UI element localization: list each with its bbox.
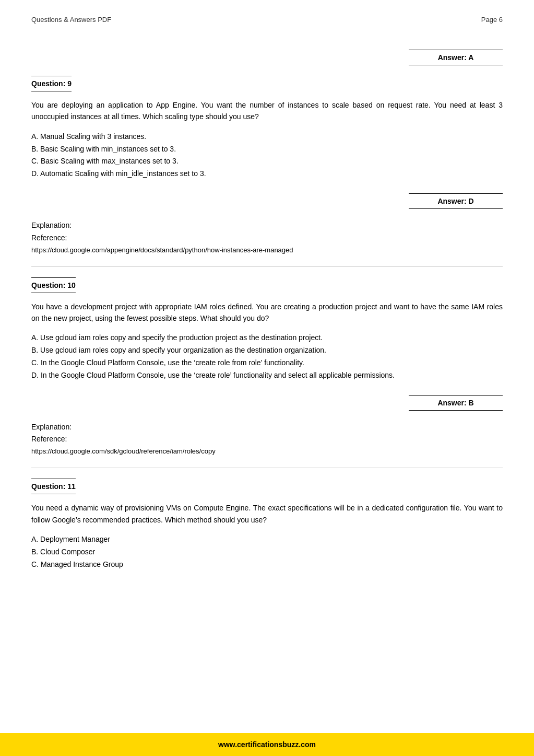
option-9-d: D. Automatic Scaling with min_idle_insta… [31, 168, 503, 180]
question-11-title: Question: 11 [31, 479, 76, 494]
header-right-text: Page 6 [481, 16, 503, 24]
question-10-title: Question: 10 [31, 277, 76, 293]
reference-10-link: https://cloud.google.com/sdk/gcloud/refe… [31, 446, 503, 457]
footer-link[interactable]: www.certificationsbuzz.com [218, 740, 316, 749]
answer-a-label: Answer: A [409, 50, 503, 65]
question-9-options: A. Manual Scaling with 3 instances. B. B… [31, 131, 503, 180]
question-10-section: Question: 10 You have a development proj… [31, 277, 503, 382]
explanation-9-label: Explanation: [31, 219, 503, 232]
option-9-a: A. Manual Scaling with 3 instances. [31, 131, 503, 143]
option-10-b: B. Use gcloud iam roles copy and specify… [31, 344, 503, 357]
question-9-text: You are deploying an application to App … [31, 99, 503, 123]
question-11-text: You need a dynamic way of provisioning V… [31, 502, 503, 526]
question-10-text: You have a development project with appr… [31, 301, 503, 324]
question-11-options: A. Deployment Manager B. Cloud Composer … [31, 533, 503, 571]
answer-d-label: Answer: D [409, 193, 503, 209]
question-9-section: Question: 9 You are deploying an applica… [31, 76, 503, 180]
question-11-section: Question: 11 You need a dynamic way of p… [31, 479, 503, 571]
divider-2 [31, 468, 503, 468]
footer: www.certificationsbuzz.com [0, 733, 534, 756]
option-9-b: B. Basic Scaling with min_instances set … [31, 143, 503, 156]
divider-1 [31, 266, 503, 267]
option-10-c: C. In the Google Cloud Platform Console,… [31, 357, 503, 369]
option-9-c: C. Basic Scaling with max_instances set … [31, 155, 503, 168]
option-11-c: C. Managed Instance Group [31, 559, 503, 571]
option-10-a: A. Use gcloud iam roles copy and specify… [31, 332, 503, 344]
option-11-a: A. Deployment Manager [31, 533, 503, 546]
page-container: Questions & Answers PDF Page 6 Answer: A… [0, 0, 534, 625]
reference-9-label: Reference: [31, 232, 503, 245]
answer-a-box: Answer: A [31, 50, 503, 65]
header-left-text: Questions & Answers PDF [31, 16, 111, 24]
answer-d-box: Answer: D [31, 193, 503, 209]
option-10-d: D. In the Google Cloud Platform Console,… [31, 369, 503, 382]
option-11-b: B. Cloud Composer [31, 546, 503, 559]
answer-b-box: Answer: B [31, 395, 503, 411]
reference-10-label: Reference: [31, 433, 503, 446]
reference-9-link: https://cloud.google.com/appengine/docs/… [31, 245, 503, 256]
page-header: Questions & Answers PDF Page 6 [31, 16, 503, 29]
question-10-options: A. Use gcloud iam roles copy and specify… [31, 332, 503, 381]
answer-b-label: Answer: B [409, 395, 503, 411]
question-9-title: Question: 9 [31, 76, 72, 91]
explanation-9-section: Explanation: Reference: https://cloud.go… [31, 219, 503, 256]
explanation-10-label: Explanation: [31, 421, 503, 434]
explanation-10-section: Explanation: Reference: https://cloud.go… [31, 421, 503, 458]
